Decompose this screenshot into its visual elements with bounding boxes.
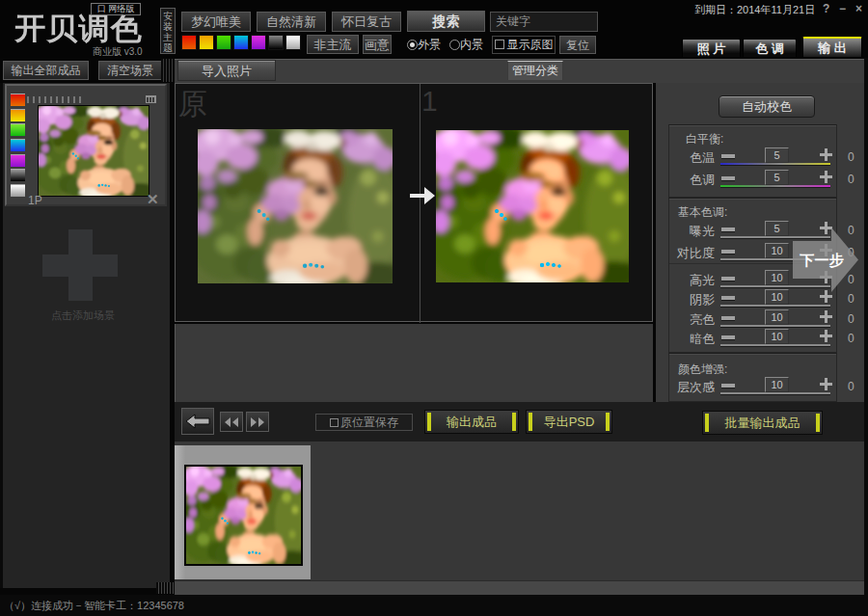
svg-text:下一步: 下一步 [800,252,845,268]
